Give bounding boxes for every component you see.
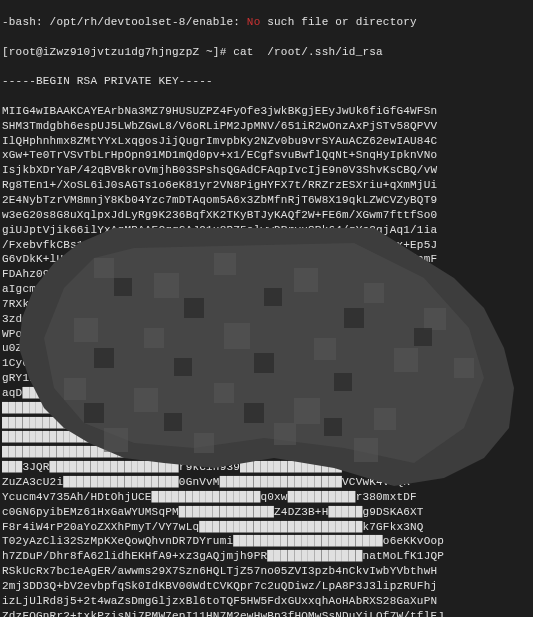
key-line: izLjUlRd8j5+2t4waZsDmgGljzxBl6toTQF5HW5F…	[2, 594, 531, 609]
key-line: ████████████████████████████qP8xy7██████…	[2, 445, 531, 460]
prompt-line-1: [root@iZwz910jvtzu1dg7hjngzpZ ~]# cat /r…	[2, 45, 531, 60]
key-line: Ycucm4v735Ah/HDtOhjUCE████████████████q0…	[2, 490, 531, 505]
key-line: aIgcm7DvcJAQ6VLT4i41R159PvNVRGYQchnwCo██…	[2, 282, 531, 297]
key-line: FDAhz09hRdqVFgGFtxq/FlvGM/3pKkZXesIuT60N…	[2, 267, 531, 282]
bash-error-line: -bash: /opt/rh/devtoolset-8/enable: No s…	[2, 15, 531, 30]
key-line: 3zdo33dFmiyvC8S8jJP████████Fk5██████████…	[2, 312, 531, 327]
no-word: No	[247, 16, 261, 28]
key-line: IsjkbXDrYaP/42qBVBkroVmjhB03SPshsQGAdCFA…	[2, 163, 531, 178]
key-line: 7RXkSMtlogVMG8MSR709ItxG160pa1RULBO█████…	[2, 297, 531, 312]
key-line: ZuZA3cU2i█████████████████0GnVvM████████…	[2, 475, 531, 490]
terminal-output[interactable]: -bash: /opt/rh/devtoolset-8/enable: No s…	[2, 0, 531, 617]
key-line: ███3JQR███████████████████r9kCln939█████…	[2, 460, 531, 475]
key-line: u0ZTnRT5iV05d███████████████████████████…	[2, 341, 531, 356]
key-line: Rg8TEn1+/XoSL6iJ0sAGTs1o6eK81yr2VN8PigHY…	[2, 178, 531, 193]
key-line: T02yAzCli32SzMpKXeQowQhvnDR7DYrumi██████…	[2, 534, 531, 549]
key-line: 2E4NybTzrVM8mnjY8Kb04Yzc7mDTAqom5A6x3ZbM…	[2, 193, 531, 208]
key-line: 1CyoLcnOR1██████████████████████████████…	[2, 356, 531, 371]
key-line: giUJptVjik66ilYxAqMBAAECggGAJ91u8BZ5olww…	[2, 223, 531, 238]
key-line: xGw+Te0TrVSvTbLrHpOpn91MD1mQd0pv+x1/ECgf…	[2, 148, 531, 163]
key-body: MIIG4wIBAAKCAYEArbNa3MZ79HUSUZPZ4FyOfe3j…	[2, 104, 531, 617]
key-line: h7ZDuP/Dhr8fA62lidhEKHfA9+xz3gAQjmjh9PR█…	[2, 549, 531, 564]
key-line: c0GN6pyibEMz61HxGaWYUMSqPM██████████████…	[2, 505, 531, 520]
key-line: ZdzEQGnRr2+txkPzisNi7PMW7epI11HN7M2ewHwB…	[2, 609, 531, 617]
key-line: 2mj3DD3Q+bV2evbpfqSk0IdKBV00WdtCVKQpr7c2…	[2, 579, 531, 594]
key-line: RSkUcRx7bc1eAgER/awwms29X7Szn6HQLTjZ57no…	[2, 564, 531, 579]
key-line: G6vDkK+lUr87f7prWvq7pX9YqCss2nGhXD60vPJG…	[2, 252, 531, 267]
key-line: WPo56koG9tVb9Fv██████████████████████uZo…	[2, 327, 531, 342]
key-line: /FxebvfkCBs1jDgtLEhbgEp0v6Wm9J+df0mw4Jep…	[2, 238, 531, 253]
key-line: MIIG4wIBAAKCAYEArbNa3MZ79HUSUZPZ4FyOfe3j…	[2, 104, 531, 119]
key-line: gRY1WE██████████████████████████████████…	[2, 371, 531, 386]
key-line: ████████████████████████████████████████…	[2, 430, 531, 445]
key-line: ████████████████████████████████████████…	[2, 416, 531, 431]
key-line: ████████████████████████████████████████…	[2, 401, 531, 416]
key-header: -----BEGIN RSA PRIVATE KEY-----	[2, 74, 531, 89]
key-line: F8r4iW4rP20aYoZXXhPmyT/VY7wLq███████████…	[2, 520, 531, 535]
key-line: SHM3Tmdgbh6espUJ5LWbZGwL8/V6oRLiPM2JpMNV…	[2, 119, 531, 134]
key-line: w3eG20s8G8uXqlpxJdLyRg9K236BqfXK2TKyBTJy…	[2, 208, 531, 223]
key-line: aqD█████████████████████████████████████…	[2, 386, 531, 401]
key-line: IlQHphnhmx8ZMtYYxLxqgosJijQugrImvpbKy2NZ…	[2, 134, 531, 149]
